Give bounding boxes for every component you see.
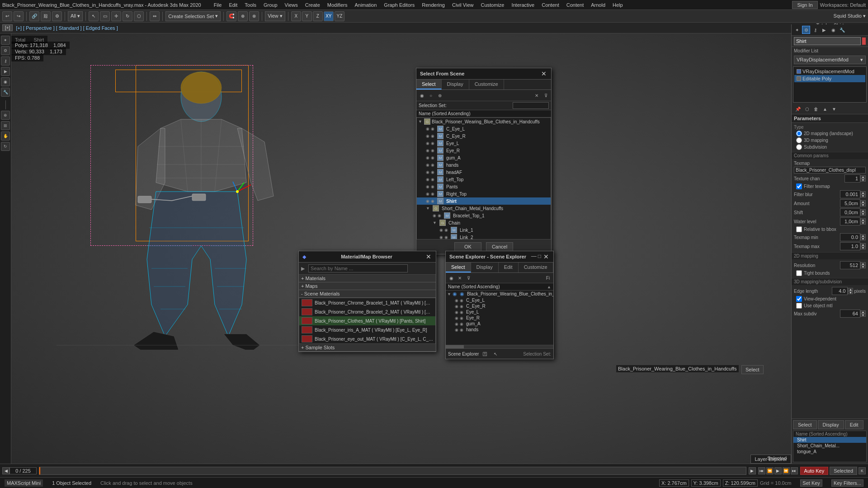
use-object-mtl-check[interactable] [796, 303, 802, 309]
scene-exp-header[interactable]: Scene Explorer - Scene Explorer — □ ✕ [446, 251, 553, 263]
mat-item-1[interactable]: Black_Prisoner_Chrome_Bracelet_1_MAT ( V… [299, 298, 435, 307]
menu-group[interactable]: Group [260, 1, 281, 9]
tree-link2[interactable]: ◉ ◉ M Link_2 [417, 234, 551, 239]
auto-key-btn[interactable]: Auto Key [800, 467, 829, 475]
move-btn[interactable]: ✛ [111, 11, 121, 21]
filter-texmap-check[interactable] [796, 183, 802, 189]
menu-views[interactable]: Views [281, 1, 302, 9]
tree-root[interactable]: ▼ G Black_Prisoner_Wearing_Blue_Clothes_… [417, 118, 551, 125]
mod-up-btn[interactable]: ▲ [821, 105, 829, 113]
unlink-btn[interactable]: ⛓ [41, 11, 51, 21]
util-panel-btn[interactable]: 🔧 [1, 88, 10, 97]
scene-exp-sel-all[interactable]: ◉ [447, 274, 455, 282]
tree-chain[interactable]: ▼ G Chain [417, 219, 551, 226]
menu-animation[interactable]: Animation [351, 1, 380, 9]
mat-item-5[interactable]: Black_Prisoner_eye_out_MAT ( VRayMtl ) [… [299, 334, 435, 343]
utility-tab-btn[interactable]: 🔧 [838, 26, 846, 34]
frame-display[interactable]: 0 / 225 [9, 467, 37, 474]
menu-civil-view[interactable]: Civil View [448, 1, 477, 9]
create-tab-btn[interactable]: ✦ [793, 26, 801, 34]
tree-left-top[interactable]: ◉ ◉ M Left_Top [417, 176, 551, 183]
texmap-max-down[interactable]: ▼ [860, 246, 866, 249]
rotate-btn[interactable]: ↻ [123, 11, 132, 21]
sel-set-input[interactable] [513, 102, 549, 109]
max-subdiv-input[interactable] [840, 310, 860, 318]
menu-scripting[interactable]: Interactive [508, 1, 538, 9]
edge-length-down[interactable]: ▼ [848, 291, 853, 294]
scene-exp-filter[interactable]: ⊽ [464, 274, 472, 282]
mat-sample-toggle[interactable]: + Sample Slots [299, 344, 436, 352]
tree-eye-l[interactable]: ◉ ◉ M Eye_L [417, 140, 551, 147]
orbit-btn[interactable]: ↻ [1, 142, 10, 151]
shift-down[interactable]: ▼ [860, 212, 866, 216]
bottom-tree-tongue[interactable]: tongue_A [793, 449, 866, 455]
resolution-down[interactable]: ▼ [860, 265, 866, 268]
tree-shirt[interactable]: ◉ ◉ M Shirt [417, 197, 551, 205]
bottom-tree-chain[interactable]: Short_Chain_Metal... [793, 443, 866, 449]
zoom-all-btn[interactable]: ⊞ [1, 121, 10, 130]
sign-in-btn[interactable]: Sign In [792, 1, 817, 9]
scene-exp-layers-btn[interactable]: ⚿ [481, 350, 489, 358]
snap-btn[interactable]: 🧲 [226, 11, 236, 21]
water-level-down[interactable]: ▼ [860, 221, 866, 225]
scene-select-btn[interactable]: Select [741, 365, 764, 374]
menu-customize[interactable]: Customize [477, 1, 508, 9]
type-2d-radio[interactable] [796, 131, 802, 136]
menu-edit[interactable]: Edit [225, 1, 241, 9]
select-ok-btn[interactable]: OK [454, 242, 481, 251]
relative-bbox-check[interactable] [796, 226, 802, 232]
scene-exp-tree[interactable]: ▼ ◉ ◉ Black_Prisoner_Wearing_Blue_Clothe… [446, 291, 553, 345]
tree-eye-r[interactable]: ◉ ◉ M Eye_R [417, 147, 551, 154]
make-unique-btn[interactable]: ⬡ [803, 105, 811, 113]
menu-file[interactable]: File [210, 1, 226, 9]
viewport-selector[interactable]: [+] [2, 24, 13, 31]
scene-tree-ceye-l[interactable]: ◉ ◉ C_Eye_L [446, 297, 553, 303]
texmap-min-down[interactable]: ▼ [860, 237, 866, 240]
maxscript-area[interactable]: MAXScript Mini [5, 479, 43, 487]
filter-blur-input[interactable] [840, 190, 860, 198]
menu-tools[interactable]: Tools [241, 1, 260, 9]
resolution-up[interactable]: ▲ [860, 262, 866, 265]
sel-close-btn[interactable]: ✕ [533, 91, 541, 99]
shift-input[interactable] [840, 208, 860, 216]
key-filters-btn[interactable]: K [859, 467, 866, 474]
hier-panel-btn[interactable]: ⚷ [1, 56, 10, 66]
modifier-editable-poly[interactable]: Editable Poly [794, 75, 865, 82]
bind-btn[interactable]: ⚙ [52, 11, 62, 21]
texmap-min-input[interactable] [840, 233, 860, 241]
hierarchy-tab-btn[interactable]: ⚷ [811, 26, 819, 34]
zoom-btn[interactable]: ⊕ [1, 111, 10, 120]
sel-none-btn[interactable]: ○ [427, 91, 435, 99]
bottom-tree-shirt[interactable]: Shirt [793, 437, 866, 443]
mat-materials-toggle[interactable]: + Materials [299, 275, 436, 282]
scene-exp-close-btn[interactable]: ✕ [456, 274, 464, 282]
tree-ceye-r[interactable]: ◉ ◉ M C_Eye_R [417, 132, 551, 140]
pin-stack-btn[interactable]: 📌 [794, 105, 802, 113]
create-panel-btn[interactable]: ✦ [1, 36, 10, 45]
customize-tab[interactable]: Customize [469, 80, 504, 89]
link-btn[interactable]: 🔗 [29, 11, 39, 21]
mirror-btn[interactable]: ⇔ [150, 11, 160, 21]
texmap-input[interactable] [794, 167, 866, 174]
max-subdiv-up[interactable]: ▲ [860, 310, 866, 314]
motion-panel-btn[interactable]: ▶ [1, 67, 10, 76]
scene-explorer-label[interactable]: Scene Explorer [448, 352, 479, 357]
modifier-list-dropdown[interactable]: VRayDisplacementMod▾ [794, 56, 866, 64]
filter-blur-up[interactable]: ▲ [860, 191, 866, 194]
mat-maps-toggle[interactable]: + Maps [299, 282, 436, 290]
display-tab-btn[interactable]: ◉ [829, 26, 837, 34]
mat-search-input[interactable] [308, 264, 408, 272]
scene-tree-eye-l[interactable]: ◉ ◉ Eye_L [446, 309, 553, 315]
scene-tree-hands[interactable]: ◉ ◉ hands [446, 327, 553, 333]
undo-btn[interactable]: ↩ [2, 11, 12, 21]
view-dropdown[interactable]: View ▾ [265, 11, 285, 21]
object-name-input[interactable] [794, 37, 861, 45]
amount-input[interactable] [840, 199, 860, 207]
scene-exp-fi[interactable]: Fi [544, 274, 552, 282]
display-tab-btn[interactable]: Display [818, 420, 844, 429]
tree-bracelet[interactable]: ◉ ◉ M Bracelet_Top_1 [417, 212, 551, 219]
max-subdiv-down[interactable]: ▼ [860, 314, 866, 317]
scene-exp-customize-tab[interactable]: Customize [519, 263, 553, 272]
texchan-up[interactable]: ▲ [860, 175, 866, 178]
pan-btn[interactable]: ✋ [1, 131, 10, 141]
